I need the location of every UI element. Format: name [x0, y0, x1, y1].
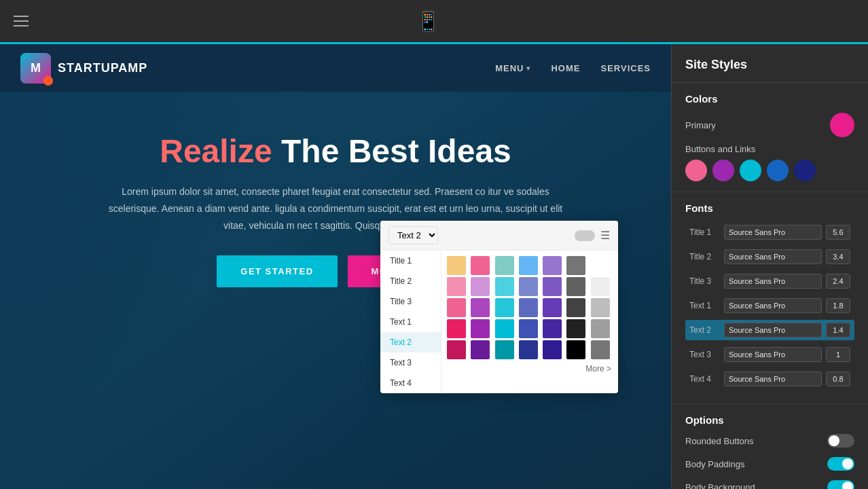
option-toggle-0[interactable] [827, 434, 854, 448]
palette-swatch[interactable] [447, 298, 466, 317]
palette-swatch[interactable] [566, 256, 585, 275]
palette-swatch[interactable] [591, 256, 610, 275]
site-logo: M STARTUPAMP [20, 53, 147, 84]
palette-swatch[interactable] [566, 298, 585, 317]
palette-swatch[interactable] [543, 256, 562, 275]
site-preview: M STARTUPAMP MENU HOME SERVICES Realize … [0, 44, 671, 489]
font-size-2[interactable] [826, 274, 850, 289]
main-area: M STARTUPAMP MENU HOME SERVICES Realize … [0, 44, 868, 489]
palette-swatch[interactable] [471, 298, 490, 317]
palette-swatch[interactable] [519, 319, 538, 338]
color-swatch-4[interactable] [794, 160, 816, 181]
palette-swatch[interactable] [566, 277, 585, 296]
primary-color-swatch[interactable] [830, 113, 854, 137]
font-size-5[interactable] [826, 347, 850, 362]
font-input-3[interactable] [724, 298, 822, 313]
fonts-section: Fonts Title 1 Title 2 Title 3 Text 1 Tex… [672, 192, 868, 404]
align-icon[interactable]: ☰ [600, 229, 610, 242]
option-row-0: Rounded Buttons [685, 434, 854, 448]
font-input-4[interactable] [724, 323, 822, 338]
font-list-title2[interactable]: Title 2 [380, 271, 441, 291]
palette-swatch[interactable] [495, 298, 514, 317]
option-toggle-2[interactable] [827, 480, 854, 489]
hero-title: Realize The Best Ideas [20, 132, 651, 170]
nav-item-home[interactable]: HOME [551, 63, 580, 73]
site-styles-panel: Site Styles Colors Primary Buttons and L… [671, 44, 868, 489]
palette-swatch[interactable] [519, 340, 538, 359]
palette-swatch[interactable] [495, 319, 514, 338]
color-swatches-row [685, 160, 854, 181]
font-list-text3[interactable]: Text 3 [380, 352, 441, 373]
color-swatch-3[interactable] [767, 160, 789, 181]
palette-swatch[interactable] [495, 256, 514, 275]
font-label-1: Title 2 [689, 252, 720, 261]
font-input-5[interactable] [724, 347, 822, 362]
fonts-title: Fonts [685, 202, 854, 214]
palette-swatch[interactable] [447, 256, 466, 275]
option-label-2: Body Background [685, 482, 755, 490]
font-row-3: Text 1 [685, 295, 854, 316]
font-size-6[interactable] [826, 372, 850, 386]
hamburger-menu[interactable] [14, 16, 29, 26]
palette-swatch[interactable] [566, 340, 585, 359]
palette-swatch[interactable] [543, 277, 562, 296]
font-list-title1[interactable]: Title 1 [380, 251, 441, 271]
site-nav-links: MENU HOME SERVICES [495, 63, 651, 73]
palette-swatch[interactable] [519, 256, 538, 275]
options-title: Options [685, 414, 854, 426]
palette-swatch[interactable] [471, 277, 490, 296]
palette-swatch[interactable] [591, 277, 610, 296]
nav-item-menu[interactable]: MENU [495, 63, 530, 73]
font-size-1[interactable] [826, 249, 850, 264]
palette-swatch[interactable] [495, 277, 514, 296]
font-input-1[interactable] [724, 249, 822, 264]
palette-more[interactable]: More > [447, 361, 613, 376]
palette-swatch[interactable] [591, 319, 610, 338]
palette-swatch[interactable] [543, 340, 562, 359]
font-input-6[interactable] [724, 372, 822, 386]
font-row-0: Title 1 [685, 222, 854, 242]
palette-swatch[interactable] [447, 340, 466, 359]
color-swatch-1[interactable] [712, 160, 734, 181]
font-label-6: Text 4 [689, 374, 720, 384]
font-list-text2[interactable]: Text 2 [380, 332, 441, 352]
site-logo-icon: M [20, 53, 51, 84]
font-list-text4[interactable]: Text 4 [380, 373, 441, 393]
font-list-text1[interactable]: Text 1 [380, 312, 441, 332]
palette-swatch[interactable] [519, 298, 538, 317]
palette-swatch[interactable] [566, 319, 585, 338]
option-toggle-1[interactable] [827, 457, 854, 471]
color-swatch-0[interactable] [685, 160, 707, 181]
color-swatch-2[interactable] [740, 160, 761, 181]
font-list-title3[interactable]: Title 3 [380, 291, 441, 312]
font-input-0[interactable] [724, 225, 822, 240]
option-row-1: Body Paddings [685, 457, 854, 471]
font-row-1: Title 2 [685, 247, 854, 267]
palette-swatch[interactable] [591, 298, 610, 317]
panel-title: Site Styles [672, 44, 868, 83]
font-size-4[interactable] [826, 323, 850, 338]
option-label-0: Rounded Buttons [685, 436, 753, 446]
font-rows: Title 1 Title 2 Title 3 Text 1 Text 2 Te… [685, 222, 854, 389]
palette-swatch[interactable] [495, 340, 514, 359]
palette-swatch[interactable] [543, 319, 562, 338]
mobile-device-icon: 📱 [416, 10, 440, 33]
palette-swatch[interactable] [543, 298, 562, 317]
palette-swatch[interactable] [471, 319, 490, 338]
palette-swatch[interactable] [471, 256, 490, 275]
palette-swatch[interactable] [519, 277, 538, 296]
palette-swatch[interactable] [447, 277, 466, 296]
option-label-1: Body Paddings [685, 459, 744, 469]
font-size-0[interactable] [826, 225, 850, 240]
font-input-2[interactable] [724, 274, 822, 289]
palette-swatch[interactable] [591, 340, 610, 359]
nav-item-services[interactable]: SERVICES [600, 63, 651, 73]
font-row-2: Title 3 [685, 271, 854, 291]
font-text-select[interactable]: Text 2 [388, 226, 438, 244]
colors-section: Colors Primary Buttons and Links [672, 83, 868, 192]
get-started-button[interactable]: GET STARTED [217, 255, 337, 287]
font-size-3[interactable] [826, 298, 850, 313]
font-toggle[interactable] [575, 230, 595, 241]
palette-swatch[interactable] [447, 319, 466, 338]
palette-swatch[interactable] [471, 340, 490, 359]
